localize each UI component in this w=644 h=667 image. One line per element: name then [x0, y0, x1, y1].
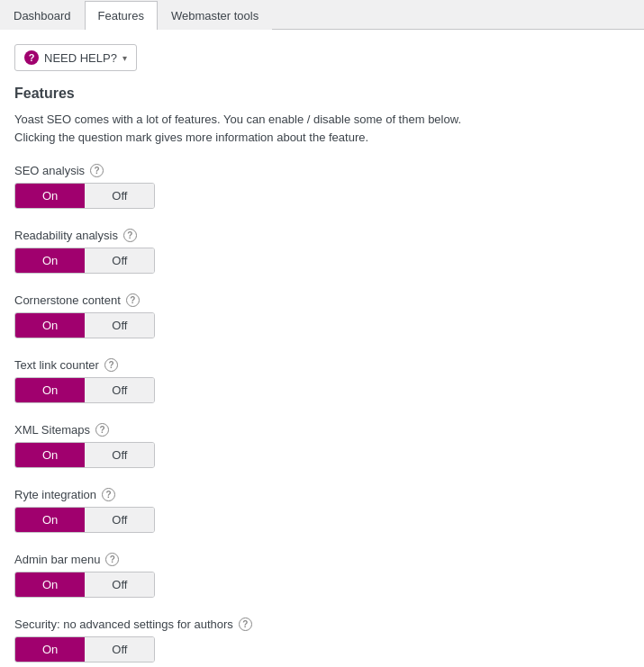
help-icon-5[interactable]: ?: [102, 488, 115, 501]
feature-label-text-4: XML Sitemaps: [14, 423, 90, 437]
tab-dashboard[interactable]: Dashboard: [0, 1, 85, 30]
help-icon-0[interactable]: ?: [90, 164, 104, 177]
feature-label-row-6: Admin bar menu?: [14, 553, 630, 566]
feature-row-4: XML Sitemaps?OnOff: [14, 423, 630, 468]
feature-label-row-2: Cornerstone content?: [14, 293, 630, 307]
need-help-button[interactable]: ? NEED HELP? ▾: [14, 44, 137, 71]
toggle-group-2: OnOff: [14, 312, 155, 338]
feature-label-row-1: Readability analysis?: [14, 229, 630, 242]
feature-row-2: Cornerstone content?OnOff: [14, 293, 630, 338]
help-icon-3[interactable]: ?: [104, 358, 118, 372]
toggle-on-5[interactable]: On: [15, 508, 85, 532]
tab-features[interactable]: Features: [85, 1, 158, 30]
toggle-off-6[interactable]: Off: [85, 572, 154, 597]
features-description: Yoast SEO comes with a lot of features. …: [14, 111, 465, 146]
toggle-off-2[interactable]: Off: [85, 313, 154, 338]
toggle-group-1: OnOff: [14, 248, 155, 274]
help-icon-1[interactable]: ?: [123, 229, 137, 242]
main-content: ? NEED HELP? ▾ FeaturesYoast SEO comes w…: [0, 30, 644, 667]
feature-label-row-3: Text link counter?: [14, 358, 630, 372]
toggle-group-0: OnOff: [14, 183, 155, 209]
feature-label-row-0: SEO analysis?: [14, 164, 630, 177]
help-icon-6[interactable]: ?: [105, 553, 119, 566]
toggle-off-7[interactable]: Off: [85, 637, 154, 662]
toggle-on-7[interactable]: On: [15, 637, 85, 662]
help-question-icon: ?: [24, 50, 39, 65]
feature-row-3: Text link counter?OnOff: [14, 358, 630, 403]
help-icon-7[interactable]: ?: [239, 617, 252, 631]
toggle-off-0[interactable]: Off: [85, 184, 154, 208]
feature-label-text-1: Readability analysis: [14, 229, 118, 242]
tab-webmaster-tools[interactable]: Webmaster tools: [158, 1, 272, 30]
help-icon-2[interactable]: ?: [126, 293, 140, 307]
toggle-group-7: OnOff: [14, 636, 155, 662]
toggle-on-2[interactable]: On: [15, 313, 85, 338]
toggle-on-3[interactable]: On: [15, 378, 85, 402]
feature-label-row-5: Ryte integration?: [14, 488, 630, 501]
toggle-on-6[interactable]: On: [15, 572, 85, 597]
feature-label-text-7: Security: no advanced settings for autho…: [14, 617, 233, 631]
feature-row-5: Ryte integration?OnOff: [14, 488, 630, 533]
toggle-on-1[interactable]: On: [15, 248, 85, 273]
help-icon-4[interactable]: ?: [95, 423, 109, 437]
features-title: Features: [14, 86, 630, 102]
feature-label-text-5: Ryte integration: [14, 488, 96, 501]
toggle-on-4[interactable]: On: [15, 443, 85, 467]
feature-row-0: SEO analysis?OnOff: [14, 164, 630, 209]
feature-label-text-2: Cornerstone content: [14, 293, 121, 307]
toggle-off-1[interactable]: Off: [85, 248, 154, 273]
toggle-off-3[interactable]: Off: [85, 378, 154, 402]
toggle-group-4: OnOff: [14, 442, 155, 468]
toggle-group-5: OnOff: [14, 507, 155, 533]
feature-row-6: Admin bar menu?OnOff: [14, 553, 630, 598]
chevron-down-icon: ▾: [122, 53, 127, 63]
feature-label-text-0: SEO analysis: [14, 164, 85, 177]
need-help-label: NEED HELP?: [44, 51, 117, 65]
feature-label-text-6: Admin bar menu: [14, 553, 100, 566]
toggle-off-5[interactable]: Off: [85, 508, 154, 532]
toggle-group-3: OnOff: [14, 377, 155, 403]
tabs-bar: DashboardFeaturesWebmaster tools: [0, 0, 644, 30]
toggle-group-6: OnOff: [14, 572, 155, 598]
toggle-on-0[interactable]: On: [15, 184, 85, 208]
feature-label-row-4: XML Sitemaps?: [14, 423, 630, 437]
toggle-off-4[interactable]: Off: [85, 443, 154, 467]
feature-row-1: Readability analysis?OnOff: [14, 229, 630, 274]
feature-row-7: Security: no advanced settings for autho…: [14, 617, 630, 662]
feature-label-text-3: Text link counter: [14, 358, 99, 372]
feature-label-row-7: Security: no advanced settings for autho…: [14, 617, 630, 631]
